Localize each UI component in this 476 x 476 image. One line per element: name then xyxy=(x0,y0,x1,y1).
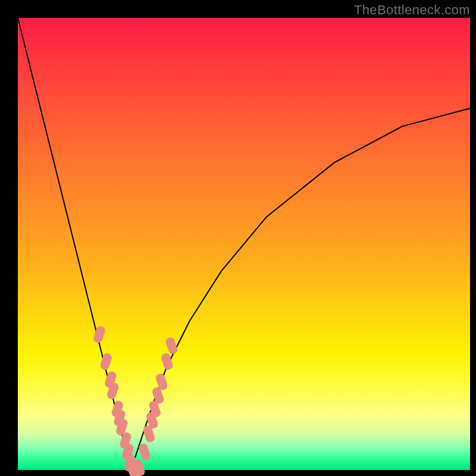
curve-marker xyxy=(137,443,151,461)
curve-layer xyxy=(18,18,470,470)
watermark-text: TheBottleneck.com xyxy=(354,2,470,18)
chart-frame: TheBottleneck.com xyxy=(0,0,476,476)
curve-marker xyxy=(160,352,174,371)
curve-marker xyxy=(99,352,113,371)
marker-group xyxy=(92,325,178,476)
curve-marker xyxy=(165,336,178,355)
plot-background xyxy=(18,18,470,470)
curve-marker xyxy=(92,325,106,343)
bottleneck-curve xyxy=(18,18,470,470)
